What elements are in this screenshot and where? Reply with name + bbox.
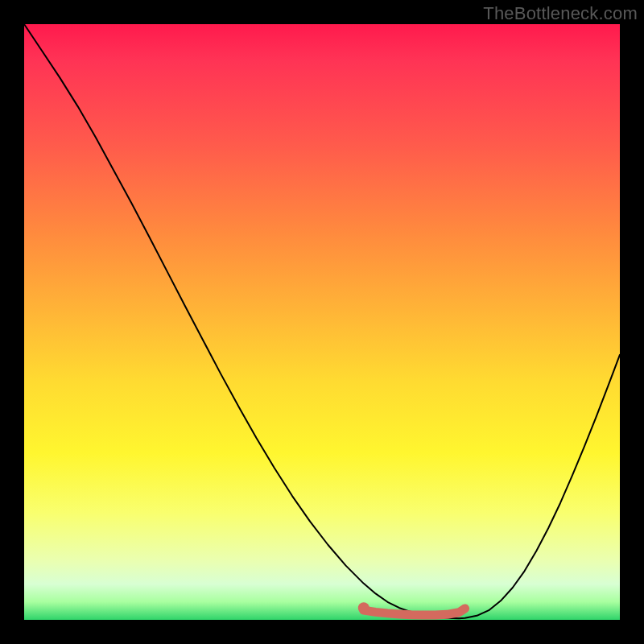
watermark-text: TheBottleneck.com	[483, 3, 638, 24]
bottleneck-curve	[24, 24, 620, 618]
marker-dot	[358, 602, 369, 613]
chart-svg	[24, 24, 620, 620]
plot-area	[24, 24, 620, 620]
optimal-band-highlight	[364, 609, 465, 615]
chart-frame: TheBottleneck.com	[0, 0, 644, 644]
